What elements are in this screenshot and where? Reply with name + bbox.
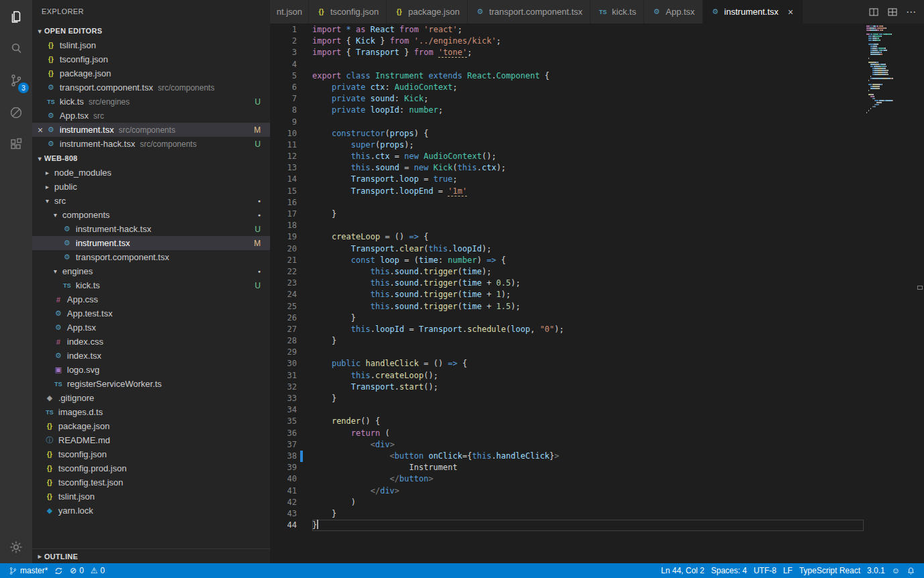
tab-kick-ts[interactable]: TSkick.ts	[590, 0, 644, 23]
split-editor-icon[interactable]	[868, 7, 879, 17]
errors-status[interactable]: ⊘0	[66, 563, 87, 578]
tree-item-images-d-ts[interactable]: TSimages.d.ts	[32, 405, 270, 419]
feedback-smiley[interactable]: ☺	[888, 563, 903, 578]
code-line-content[interactable]	[312, 197, 864, 209]
tab-app-tsx[interactable]: ⚙App.tsx	[644, 0, 702, 23]
more-actions-icon[interactable]: ⋯	[906, 6, 916, 18]
code-line-content[interactable]: </div>	[312, 485, 864, 497]
code-line-content[interactable]: }	[312, 312, 864, 324]
outline-header[interactable]: ▸ OUTLINE	[32, 548, 270, 563]
code-line-content[interactable]: this.ctx = new AudioContext();	[312, 151, 864, 162]
tree-item-logo-svg[interactable]: ▣logo.svg	[32, 363, 270, 377]
tree-item-yarn-lock[interactable]: ◆yarn.lock	[32, 504, 270, 518]
tree-item-app-css[interactable]: #App.css	[32, 292, 270, 306]
git-branch-status[interactable]: master*	[5, 563, 51, 578]
tree-item-registerserviceworker-ts[interactable]: TSregisterServiceWorker.ts	[32, 377, 270, 391]
tree-item-tsconfig-test-json[interactable]: {}tsconfig.test.json	[32, 475, 270, 489]
open-editor-app-tsx[interactable]: ⚙App.tsxsrc	[32, 109, 270, 123]
indentation-status[interactable]: Spaces: 4	[708, 563, 750, 578]
code-line-content[interactable]: this.sound.trigger(time + 1.5);	[312, 301, 864, 312]
tree-item-app-test-tsx[interactable]: ⚙App.test.tsx	[32, 306, 270, 321]
code-line-content[interactable]: const loop = (time: number) => {	[312, 255, 864, 266]
ts-version-status[interactable]: 3.0.1	[864, 563, 888, 578]
code-line-content[interactable]: this.createLoop();	[312, 370, 864, 382]
activitybar-settings[interactable]	[0, 531, 32, 563]
tree-item-package-json[interactable]: {}package.json	[32, 419, 270, 433]
sync-status[interactable]	[51, 563, 66, 578]
language-mode-status[interactable]: TypeScript React	[796, 563, 864, 578]
code-line-content[interactable]	[312, 220, 864, 231]
tab-package-json[interactable]: {}package.json	[387, 0, 468, 23]
open-editor-tslint-json[interactable]: {}tslint.json	[32, 38, 270, 52]
tree-item-instrument-tsx[interactable]: ⚙instrument.tsxM	[32, 236, 270, 250]
cursor-position-status[interactable]: Ln 44, Col 2	[658, 563, 708, 578]
code-line-content[interactable]: import * as React from 'react';	[312, 24, 864, 36]
activitybar-extensions[interactable]	[0, 129, 32, 161]
open-editor-transport-component-tsx[interactable]: ⚙transport.component.tsxsrc/components	[32, 80, 270, 95]
tree-item-instrument-hack-tsx[interactable]: ⚙instrument-hack.tsxU	[32, 222, 270, 236]
code-line-content[interactable]: Transport.loopEnd = '1m'	[312, 186, 864, 197]
code-line-content[interactable]: }	[312, 335, 864, 347]
code-line-content[interactable]: public handleClick = () => {	[312, 358, 864, 369]
code-line-content[interactable]: }	[312, 209, 864, 220]
tree-folder-public[interactable]: ▸public	[32, 180, 270, 194]
tree-item-gitignore[interactable]: ◆.gitignore	[32, 391, 270, 405]
code-line-content[interactable]	[312, 117, 864, 128]
code-line-content[interactable]: constructor(props) {	[312, 128, 864, 139]
code-line-content[interactable]: this.loopId = Transport.schedule(loop, "…	[312, 324, 864, 335]
activitybar-debug[interactable]	[0, 97, 32, 129]
tree-item-tsconfig-json[interactable]: {}tsconfig.json	[32, 447, 270, 461]
code-line-content[interactable]: }	[312, 520, 864, 531]
close-icon[interactable]: ×	[35, 125, 46, 135]
activitybar-explorer[interactable]	[0, 0, 32, 32]
open-editor-instrument-hack-tsx[interactable]: ⚙instrument-hack.tsxsrc/componentsU	[32, 137, 270, 151]
activitybar-source-control[interactable]: 3	[0, 64, 32, 97]
code-line-content[interactable]: private sound: Kick;	[312, 93, 864, 105]
open-editor-kick-ts[interactable]: TSkick.tssrc/enginesU	[32, 95, 270, 109]
tree-folder-engines[interactable]: ▾engines●	[32, 264, 270, 278]
open-editors-header[interactable]: ▾ OPEN EDITORS	[32, 23, 270, 38]
tree-item-readme-md[interactable]: ⓘREADME.md	[32, 433, 270, 447]
code-line-content[interactable]: <button onClick={this.handleClick}>	[312, 451, 864, 462]
open-editor-tsconfig-json[interactable]: {}tsconfig.json	[32, 52, 270, 66]
code-line-content[interactable]: return (	[312, 428, 864, 439]
tab-transport-component-tsx[interactable]: ⚙transport.component.tsx	[468, 0, 590, 23]
tab-tsconfig-json[interactable]: {}tsconfig.json	[309, 0, 387, 23]
minimap[interactable]	[866, 25, 915, 114]
encoding-status[interactable]: UTF-8	[750, 563, 780, 578]
tree-item-index-css[interactable]: #index.css	[32, 335, 270, 349]
code-line-content[interactable]	[312, 347, 864, 358]
code-line-content[interactable]: )	[312, 497, 864, 508]
code-line-content[interactable]: Transport.start();	[312, 382, 864, 393]
warnings-status[interactable]: ⚠0	[87, 563, 108, 578]
tab-nt-json[interactable]: nt.json	[270, 0, 309, 23]
tree-item-tslint-json[interactable]: {}tslint.json	[32, 489, 270, 504]
code-line-content[interactable]: import { Transport } from 'tone';	[312, 47, 864, 58]
eol-status[interactable]: LF	[780, 563, 796, 578]
toggle-layout-icon[interactable]	[887, 7, 898, 17]
notifications-bell[interactable]	[903, 563, 919, 578]
open-editor-instrument-tsx[interactable]: ×⚙instrument.tsxsrc/componentsM	[32, 123, 270, 137]
code-line-content[interactable]: Transport.loop = true;	[312, 174, 864, 185]
code-line-content[interactable]: createLoop = () => {	[312, 231, 864, 243]
tree-item-tsconfig-prod-json[interactable]: {}tsconfig.prod.json	[32, 461, 270, 475]
code-line-content[interactable]: this.sound.trigger(time + 0.5);	[312, 278, 864, 289]
code-line-content[interactable]: </button>	[312, 473, 864, 485]
activitybar-search[interactable]	[0, 32, 32, 64]
code-line-content[interactable]: <div>	[312, 439, 864, 451]
code-line-content[interactable]: Transport.clear(this.loopId);	[312, 243, 864, 255]
tree-item-app-tsx[interactable]: ⚙App.tsx	[32, 321, 270, 335]
code-line-content[interactable]: this.sound = new Kick(this.ctx);	[312, 162, 864, 174]
tree-folder-components[interactable]: ▾components●	[32, 208, 270, 222]
tree-item-transport-component-tsx[interactable]: ⚙transport.component.tsx	[32, 250, 270, 264]
open-editor-package-json[interactable]: {}package.json	[32, 66, 270, 80]
tree-folder-src[interactable]: ▾src●	[32, 194, 270, 208]
code-line-content[interactable]: import { Kick } from '../engines/kick';	[312, 36, 864, 47]
code-line-content[interactable]	[312, 59, 864, 70]
tree-folder-node-modules[interactable]: ▸node_modules	[32, 166, 270, 180]
tab-instrument-tsx[interactable]: ⚙instrument.tsx×	[703, 0, 803, 23]
close-icon[interactable]: ×	[786, 7, 795, 17]
code-line-content[interactable]: this.sound.trigger(time + 1);	[312, 289, 864, 300]
code-line-content[interactable]: this.sound.trigger(time);	[312, 266, 864, 278]
workspace-header[interactable]: ▾ WEB-808	[32, 151, 270, 166]
